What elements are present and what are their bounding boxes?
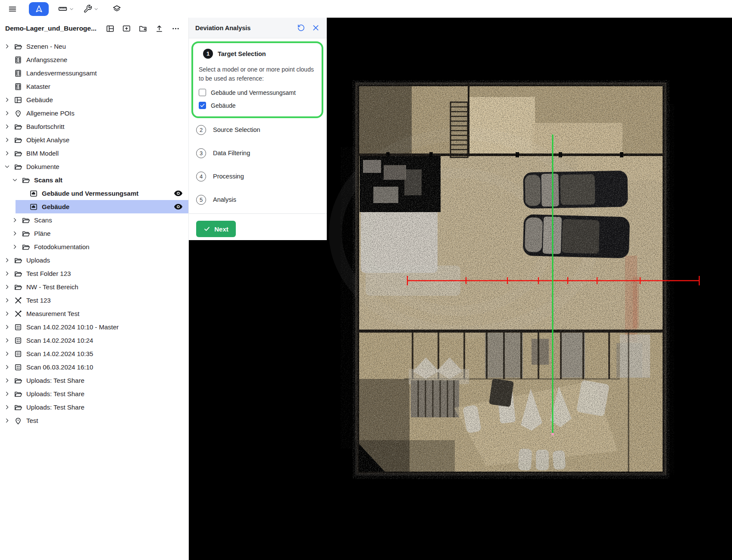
- menu-icon: [8, 4, 17, 14]
- tree-item[interactable]: Dokumente: [0, 160, 188, 173]
- checkbox-checked[interactable]: [199, 102, 206, 109]
- tree-item[interactable]: NW - Test Bereich: [0, 280, 188, 294]
- wizard-step[interactable]: 3 Data Filtering: [191, 141, 323, 165]
- visibility-eye-icon[interactable]: [173, 202, 183, 212]
- wizard-step[interactable]: 2 Source Selection: [191, 118, 323, 141]
- tree-item[interactable]: Szenen - Neu: [0, 40, 188, 53]
- visibility-eye-icon[interactable]: [173, 188, 183, 198]
- chevron-icon[interactable]: [12, 177, 18, 183]
- panel-divider: [189, 213, 327, 214]
- scan-icon: [14, 350, 22, 358]
- tree-item-label: Uploads: Test Share: [26, 377, 84, 384]
- chevron-icon[interactable]: [4, 378, 10, 383]
- tree-item-label: Scans alt: [34, 176, 63, 184]
- tree-item[interactable]: Measurement Test: [0, 307, 188, 320]
- add-scene-icon[interactable]: [122, 24, 131, 33]
- chevron-icon[interactable]: [4, 324, 10, 330]
- chevron-icon[interactable]: [4, 351, 10, 357]
- tree-item[interactable]: Scan 14.02.2024 10:35: [0, 347, 188, 360]
- chevron-icon[interactable]: [4, 110, 10, 116]
- chevron-icon[interactable]: [4, 418, 10, 423]
- chevron-icon[interactable]: [4, 137, 10, 143]
- chevron-icon[interactable]: [4, 150, 10, 156]
- option-label: Gebäude: [211, 102, 236, 109]
- tree-item[interactable]: Baufortschritt: [0, 120, 188, 133]
- tree-item[interactable]: Gebäude: [0, 200, 188, 213]
- menu-button[interactable]: [6, 3, 19, 16]
- folder-icon: [14, 269, 22, 278]
- step-number-badge: 3: [196, 148, 206, 158]
- tree-item[interactable]: Uploads: Test Share: [0, 387, 188, 400]
- chevron-icon[interactable]: [12, 217, 18, 223]
- measure-tool-button[interactable]: [58, 4, 74, 14]
- tree-item[interactable]: Uploads: [0, 253, 188, 267]
- tools-button[interactable]: [83, 4, 99, 13]
- tree-item-label: Uploads: Test Share: [26, 390, 84, 397]
- wizard-step[interactable]: 4 Processing: [191, 165, 323, 188]
- step-number-badge: 5: [196, 195, 206, 205]
- tree-item-label: Scan 14.02.2024 10:35: [26, 350, 93, 357]
- tree-item[interactable]: Uploads: Test Share: [0, 374, 188, 387]
- tree-item[interactable]: Scans alt: [0, 173, 188, 187]
- chevron-icon[interactable]: [4, 97, 10, 103]
- step-1-header[interactable]: 1 Target Selection: [197, 49, 317, 59]
- tree-item[interactable]: Test: [0, 414, 188, 427]
- chevron-icon[interactable]: [12, 231, 18, 236]
- wizard-step[interactable]: 5 Analysis: [191, 188, 323, 211]
- add-folder-icon[interactable]: [138, 24, 147, 33]
- tree-item[interactable]: Test 123: [0, 294, 188, 307]
- tree-item[interactable]: Anfangsszene: [0, 53, 188, 66]
- project-sidebar: Demo-Lager_und_Bueroge... Szenen - Neu A…: [0, 18, 189, 560]
- chevron-icon[interactable]: [12, 244, 18, 250]
- tree-item-label: Allgemeine POIs: [26, 109, 75, 117]
- folder-icon: [14, 376, 22, 385]
- tree-item[interactable]: Allgemeine POIs: [0, 106, 188, 120]
- navigate-tool-button[interactable]: [29, 2, 49, 16]
- tree-item[interactable]: BIM Modell: [0, 147, 188, 160]
- tree-item-label: Szenen - Neu: [26, 43, 66, 50]
- chevron-icon[interactable]: [4, 124, 10, 129]
- tree-item[interactable]: Scans: [0, 213, 188, 227]
- checkbox-unchecked[interactable]: [199, 89, 206, 96]
- chevron-icon[interactable]: [4, 338, 10, 343]
- chevron-icon[interactable]: [4, 311, 10, 316]
- chevron-icon[interactable]: [4, 391, 10, 397]
- tree-item[interactable]: Uploads: Test Share: [0, 400, 188, 414]
- tree-item[interactable]: Objekt Analyse: [0, 133, 188, 147]
- more-icon[interactable]: [171, 24, 180, 33]
- chevron-icon[interactable]: [4, 257, 10, 263]
- chevron-icon[interactable]: [4, 284, 10, 290]
- chevron-icon[interactable]: [4, 364, 10, 370]
- layers-button[interactable]: [112, 4, 122, 14]
- layout-icon: [14, 96, 22, 104]
- next-button[interactable]: Next: [196, 221, 236, 237]
- tree-item[interactable]: Gebäude und Vermessungsamt: [0, 187, 188, 200]
- scan-icon: [14, 323, 22, 332]
- chevron-icon[interactable]: [4, 164, 10, 169]
- step-label: Analysis: [213, 196, 236, 203]
- refresh-icon[interactable]: [297, 24, 305, 32]
- step-label: Source Selection: [213, 126, 260, 133]
- chevron-down-icon: [94, 6, 99, 12]
- chevron-icon[interactable]: [4, 271, 10, 276]
- tree-item[interactable]: Kataster: [0, 80, 188, 93]
- tree-item[interactable]: Pläne: [0, 227, 188, 240]
- close-icon[interactable]: [312, 24, 320, 32]
- tree-item[interactable]: Landesvermessungsamt: [0, 66, 188, 80]
- chevron-icon[interactable]: [4, 297, 10, 303]
- tree-item[interactable]: Fotodokumentation: [0, 240, 188, 253]
- tree-item-label: Measurement Test: [26, 310, 79, 317]
- chevron-icon[interactable]: [4, 44, 10, 49]
- folder-icon: [14, 403, 22, 412]
- tree-item[interactable]: Scan 14.02.2024 10:10 - Master: [0, 320, 188, 334]
- tree-item[interactable]: Gebäude: [0, 93, 188, 106]
- tree-item[interactable]: Test Folder 123: [0, 267, 188, 280]
- upload-icon[interactable]: [155, 24, 164, 33]
- chevron-icon[interactable]: [4, 404, 10, 410]
- tree-item-label: Uploads: [26, 257, 50, 264]
- layout-icon[interactable]: [106, 24, 115, 33]
- tree-item-label: Test: [26, 417, 38, 424]
- tree-item-label: NW - Test Bereich: [26, 283, 78, 291]
- tree-item[interactable]: Scan 14.02.2024 10:24: [0, 334, 188, 347]
- tree-item[interactable]: Scan 06.03.2024 16:10: [0, 360, 188, 374]
